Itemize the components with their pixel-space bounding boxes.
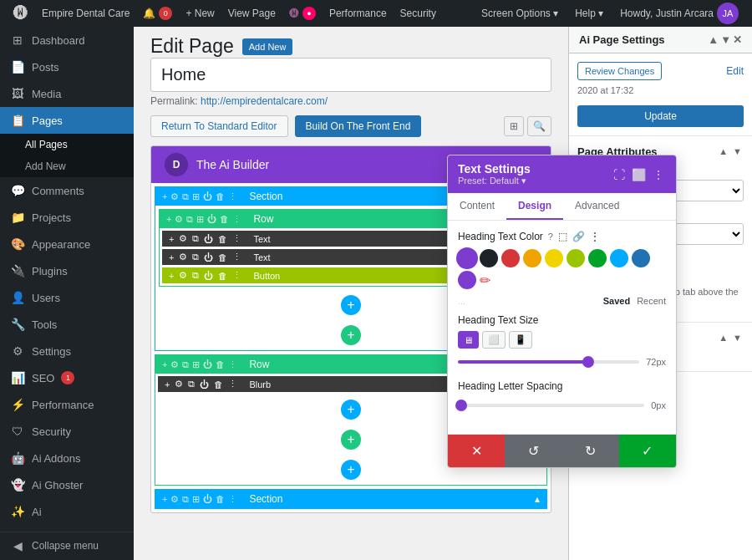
view-page-link[interactable]: View Page: [221, 0, 282, 27]
sec3-copy[interactable]: ⧉: [182, 494, 189, 505]
blurb-power[interactable]: ⏻: [200, 379, 209, 389]
popup-undo-btn[interactable]: ↺: [505, 435, 561, 467]
ai-settings-close[interactable]: ✕: [733, 33, 742, 46]
sidebar-item-dashboard[interactable]: ⊞ Dashboard: [0, 27, 134, 53]
attr-down[interactable]: ▼: [731, 145, 744, 158]
review-changes-btn[interactable]: Review Changes: [577, 62, 662, 80]
size-slider-thumb[interactable]: [582, 356, 594, 368]
text-add-1[interactable]: +: [169, 234, 174, 244]
text-more-1[interactable]: ⋮: [232, 233, 241, 244]
sidebar-item-media[interactable]: 🖼 Media: [0, 80, 134, 107]
text-add-2[interactable]: +: [169, 252, 174, 262]
sidebar-item-plugins[interactable]: 🔌 Plugins: [0, 257, 134, 284]
btn-copy-1[interactable]: ⧉: [192, 270, 199, 281]
popup-redo-btn[interactable]: ↻: [562, 435, 619, 467]
popup-more-btn[interactable]: ⋮: [651, 166, 666, 183]
btn-power-1[interactable]: ⏻: [204, 271, 213, 281]
sidebar-item-comments[interactable]: 💬 Comments: [0, 177, 134, 204]
featured-up[interactable]: ▲: [717, 331, 729, 344]
row2-add[interactable]: +: [162, 359, 167, 369]
section-copy-btn-1[interactable]: ⧉: [182, 191, 189, 202]
wp-logo[interactable]: 🅦: [7, 0, 35, 27]
text-power-2[interactable]: ⏻: [204, 252, 213, 262]
woo-icon[interactable]: 🅦 ●: [282, 0, 323, 27]
popup-windows-btn[interactable]: ⬜: [630, 166, 648, 183]
blurb-add[interactable]: +: [165, 379, 170, 389]
add-circle-blurb-3[interactable]: +: [341, 460, 361, 480]
ai-settings-up[interactable]: ▲: [708, 33, 719, 46]
ai-settings-down[interactable]: ▼: [720, 33, 731, 46]
btn-trash-1[interactable]: 🗑: [218, 271, 227, 281]
add-new-button[interactable]: Add New: [242, 38, 293, 55]
row2-power[interactable]: ⏻: [203, 359, 212, 369]
build-on-front-btn[interactable]: Build On The Front End: [295, 115, 422, 137]
sidebar-item-add-new[interactable]: Add New: [0, 155, 134, 177]
sec3-grid[interactable]: ⊞: [192, 494, 200, 505]
text-copy-2[interactable]: ⧉: [192, 252, 199, 262]
add-circle-blurb-1[interactable]: +: [341, 400, 361, 420]
color-swatch-purple2[interactable]: [458, 271, 476, 289]
text-copy-1[interactable]: ⧉: [192, 233, 199, 244]
section-power-btn-1[interactable]: ⏻: [203, 191, 212, 201]
row2-gear[interactable]: ⚙: [170, 359, 179, 370]
return-to-standard-btn[interactable]: Return To Standard Editor: [150, 115, 288, 137]
security-link[interactable]: Security: [394, 0, 443, 27]
permalink-link[interactable]: http://empiredentalcare.com/: [201, 95, 328, 107]
tab-content[interactable]: Content: [448, 193, 506, 220]
section-gear-btn-1[interactable]: ⚙: [170, 191, 179, 202]
section-grid-btn-1[interactable]: ⊞: [192, 191, 200, 202]
sec3-add[interactable]: +: [162, 494, 167, 504]
row-gear-1[interactable]: ⚙: [175, 214, 183, 225]
add-circle-2[interactable]: +: [341, 325, 361, 345]
color-swatch-darkblue[interactable]: [632, 249, 650, 267]
color-swatch-purple[interactable]: [458, 249, 476, 267]
performance-link[interactable]: Performance: [323, 0, 394, 27]
edit-link[interactable]: Edit: [726, 65, 744, 77]
row2-more[interactable]: ⋮: [228, 359, 237, 370]
sec3-more[interactable]: ⋮: [228, 494, 237, 505]
sidebar-item-pages[interactable]: 📋 Pages: [0, 107, 134, 134]
recent-tab[interactable]: Recent: [637, 296, 666, 306]
sec3-gear[interactable]: ⚙: [170, 494, 179, 505]
page-name-input[interactable]: [150, 58, 551, 92]
section-add-btn-1[interactable]: +: [162, 191, 167, 201]
blurb-trash[interactable]: 🗑: [214, 379, 223, 389]
color-swatch-orange[interactable]: [523, 249, 541, 267]
spacing-slider-track[interactable]: [458, 404, 644, 407]
popup-expand-btn[interactable]: ⛶: [612, 166, 627, 183]
sec3-collapse[interactable]: ▴: [535, 493, 540, 505]
blurb-more[interactable]: ⋮: [228, 379, 237, 389]
row-trash-1[interactable]: 🗑: [220, 214, 229, 224]
color-more-icon[interactable]: ⋮: [590, 231, 600, 242]
color-swatch-red[interactable]: [501, 249, 520, 267]
featured-down[interactable]: ▼: [731, 331, 744, 344]
color-info-icon[interactable]: ?: [548, 232, 553, 242]
comments-count[interactable]: 🔔 0: [136, 0, 179, 27]
collapse-menu-btn[interactable]: ◀ Collapse menu: [0, 532, 134, 559]
text-power-1[interactable]: ⏻: [204, 234, 213, 244]
row-more-1[interactable]: ⋮: [232, 214, 241, 225]
color-pen-btn[interactable]: ✏: [480, 272, 490, 288]
tab-advanced[interactable]: Advanced: [563, 193, 631, 220]
text-more-2[interactable]: ⋮: [232, 252, 241, 262]
update-btn[interactable]: Update: [577, 105, 744, 127]
device-mobile-btn[interactable]: 📱: [509, 331, 532, 349]
color-picker-icon[interactable]: ⬚: [558, 231, 567, 242]
device-tablet-btn[interactable]: ⬜: [482, 331, 506, 349]
btn-gear-1[interactable]: ⚙: [179, 270, 187, 281]
color-swatch-green[interactable]: [588, 249, 607, 267]
text-gear-2[interactable]: ⚙: [179, 252, 187, 262]
sidebar-item-posts[interactable]: 📄 Posts: [0, 53, 134, 80]
popup-cancel-btn[interactable]: ✕: [448, 435, 505, 467]
color-link-icon[interactable]: 🔗: [572, 231, 585, 242]
row-grid-1[interactable]: ⊞: [196, 214, 204, 225]
device-desktop-btn[interactable]: 🖥: [458, 331, 479, 349]
sidebar-item-tools[interactable]: 🔧 Tools: [0, 311, 134, 338]
sidebar-item-projects[interactable]: 📁 Projects: [0, 204, 134, 231]
text-gear-1[interactable]: ⚙: [179, 233, 187, 244]
row2-trash[interactable]: 🗑: [216, 359, 225, 369]
attr-up[interactable]: ▲: [717, 145, 729, 158]
btn-more-1[interactable]: ⋮: [232, 270, 241, 281]
sidebar-item-users[interactable]: 👤 Users: [0, 284, 134, 311]
add-new-link[interactable]: + New: [179, 0, 221, 27]
